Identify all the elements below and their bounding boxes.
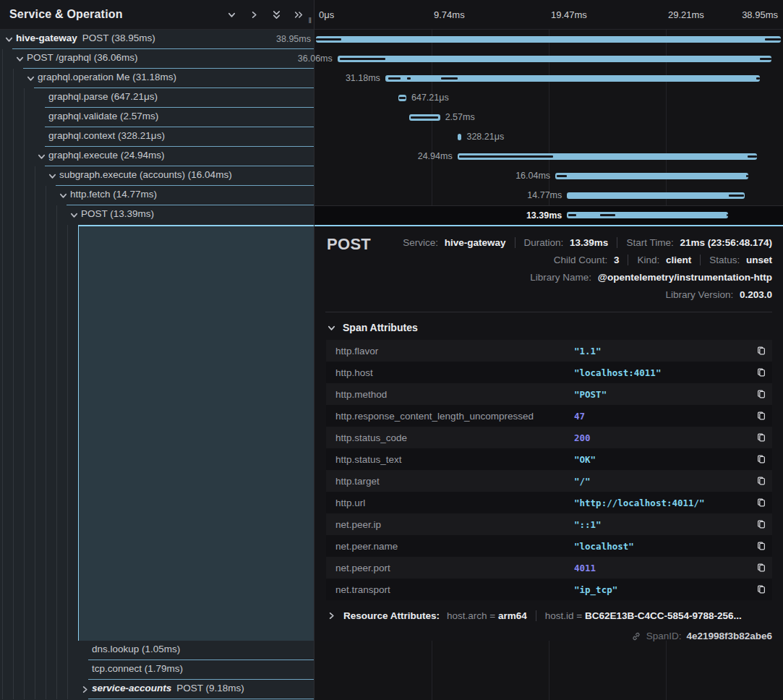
time-tick-label: 19.47ms (551, 0, 587, 29)
meta-divider (536, 610, 536, 621)
span-duration-bar[interactable] (567, 192, 745, 199)
chevron-down-icon[interactable] (47, 171, 57, 182)
span-duration-bar[interactable] (316, 36, 781, 43)
span-tree-row[interactable]: http.fetch (14.77ms) (0, 186, 314, 205)
indent-guide (2, 49, 3, 69)
indent-guide (13, 186, 14, 205)
trace-viewer: 0μs9.74ms19.47ms29.21ms38.95ms 38.95ms36… (0, 0, 783, 700)
span-bar-row[interactable]: 24.94ms (315, 147, 783, 166)
indent-guide (2, 147, 3, 166)
span-tree-row[interactable]: graphql.context (328.21μs) (0, 127, 314, 147)
copy-icon[interactable] (750, 389, 772, 399)
copy-icon[interactable] (750, 498, 772, 508)
attribute-row: http.status_text"OK" (326, 448, 772, 470)
span-bar-row[interactable]: 13.39ms (315, 205, 783, 225)
operation-name: POST (38.95ms) (82, 33, 155, 43)
copy-icon[interactable] (750, 563, 772, 573)
span-attributes-title: Span Attributes (343, 322, 418, 333)
copy-icon[interactable] (750, 541, 772, 551)
meta-label: Duration: (524, 237, 567, 248)
span-label: graphql.execute (24.94ms) (48, 150, 165, 161)
indent-guide (56, 641, 57, 660)
indent-guide (24, 660, 25, 680)
chevron-down-icon[interactable] (14, 54, 25, 64)
copy-icon[interactable] (750, 476, 772, 486)
span-duration-bar[interactable] (567, 212, 728, 218)
chevron-down-icon[interactable] (4, 35, 14, 45)
span-tree-row[interactable]: graphql.execute (24.94ms) (0, 147, 314, 166)
meta-value: 13.39ms (570, 237, 608, 248)
copy-icon[interactable] (750, 519, 772, 529)
copy-icon[interactable] (750, 346, 772, 356)
span-duration-bar[interactable] (458, 134, 462, 140)
indent-guide (35, 225, 35, 641)
child-span-mark (411, 116, 438, 119)
span-tree-row[interactable]: graphql.operation Me (31.18ms) (0, 69, 314, 88)
chevron-down-icon[interactable] (25, 74, 35, 84)
copy-icon[interactable] (750, 584, 772, 594)
span-tree-row[interactable]: service-accountsPOST (9.18ms) (0, 680, 314, 699)
chevron-right-icon[interactable] (80, 685, 90, 695)
link-icon[interactable] (631, 631, 641, 641)
copy-icon[interactable] (750, 432, 772, 443)
span-duration-bar[interactable] (385, 75, 760, 82)
indent-guide (2, 108, 3, 127)
expand-one-icon[interactable] (249, 9, 259, 20)
copy-icon[interactable] (750, 411, 772, 421)
indent-guide (13, 680, 14, 699)
collapse-one-icon[interactable] (226, 9, 236, 20)
span-tree-row[interactable]: subgraph.execute (accounts) (16.04ms) (0, 166, 314, 186)
panel-resize-handle[interactable]: ‖ (308, 16, 312, 25)
indent-guide (13, 225, 14, 641)
operation-name: tcp.connect (1.79ms) (92, 663, 183, 674)
indent-guide (24, 641, 25, 660)
span-bar-row[interactable]: 328.21μs (315, 127, 783, 147)
indent-guide (13, 147, 14, 166)
collapse-all-icon[interactable] (271, 9, 281, 20)
span-tree-row[interactable]: tcp.connect (1.79ms) (0, 660, 314, 680)
span-id-label: SpanID: (646, 631, 682, 641)
span-attributes-toggle[interactable]: Span Attributes (327, 322, 772, 333)
meta-label: Library Name: (530, 272, 594, 283)
span-bar-row[interactable]: 2.57ms (315, 108, 783, 127)
meta-label: Service: (403, 237, 441, 248)
span-bar-row[interactable]: 38.95ms (315, 30, 783, 49)
span-bar-row[interactable]: 14.77ms (315, 186, 783, 205)
span-duration-bar[interactable] (555, 173, 748, 179)
indent-guide (13, 108, 14, 127)
span-attributes-table: http.flavor"1.1"http.host"localhost:4011… (326, 340, 772, 600)
copy-icon[interactable] (750, 367, 772, 377)
span-tree-row[interactable]: dns.lookup (1.05ms) (0, 641, 314, 660)
span-bar-row[interactable]: 31.18ms (315, 69, 783, 88)
span-duration-bar[interactable] (398, 95, 406, 101)
span-duration-bar[interactable] (409, 114, 440, 121)
detail-meta-line: Library Version: 0.203.0 (325, 286, 772, 303)
span-duration-label: 13.39ms (526, 210, 562, 221)
resource-attributes-toggle[interactable]: Resource Attributes:host.arch = arm64hos… (327, 610, 772, 621)
copy-icon[interactable] (750, 454, 772, 464)
tree-header: Service & Operation ‖ (0, 0, 314, 30)
attribute-row: http.response_content_length_uncompresse… (326, 405, 772, 427)
chevron-down-icon[interactable] (69, 210, 79, 221)
chevron-down-icon[interactable] (36, 152, 46, 162)
child-span-mark (729, 195, 744, 197)
span-bar-row[interactable]: 16.04ms (315, 166, 783, 186)
operation-name: http.fetch (14.77ms) (70, 189, 157, 200)
child-span-mark (765, 38, 782, 40)
span-tree-row[interactable]: hive-gatewayPOST (38.95ms) (0, 30, 314, 49)
span-duration-bar[interactable] (338, 56, 771, 62)
child-span-mark (760, 58, 771, 60)
expand-all-icon[interactable] (294, 9, 304, 20)
span-tree-row[interactable]: graphql.parse (647.21μs) (0, 88, 314, 108)
indent-guide (67, 660, 68, 680)
child-span-mark (727, 214, 728, 216)
span-tree-row[interactable]: POST (13.39ms) (0, 205, 314, 225)
span-tree-row[interactable]: graphql.validate (2.57ms) (0, 108, 314, 127)
span-duration-label: 24.94ms (418, 151, 453, 161)
attribute-row: http.status_code200 (326, 427, 772, 448)
span-bar-row[interactable]: 647.21μs (315, 88, 783, 108)
span-bar-row[interactable]: 36.06ms (315, 49, 783, 69)
chevron-down-icon[interactable] (58, 191, 68, 201)
span-duration-bar[interactable] (458, 153, 758, 160)
span-tree-row[interactable]: POST /graphql (36.06ms) (0, 49, 314, 69)
